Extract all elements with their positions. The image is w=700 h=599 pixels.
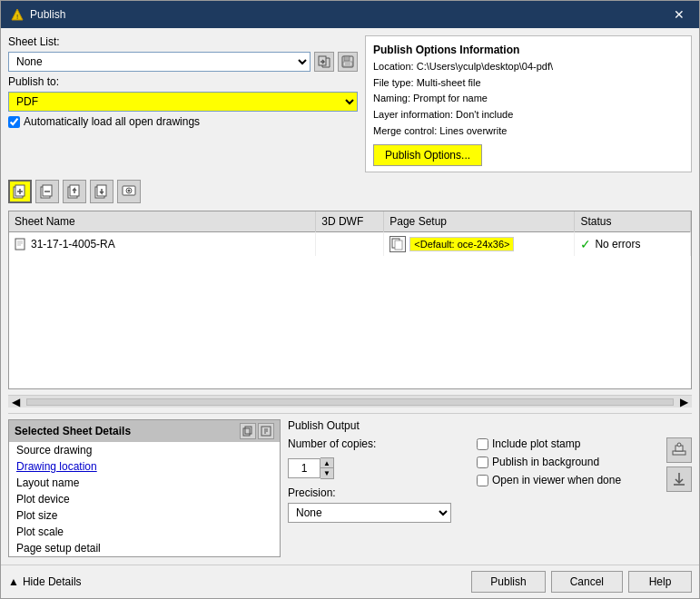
status-cell: ✓ No errors <box>575 232 691 257</box>
publish-button[interactable]: Publish <box>471 571 545 593</box>
details-header: Selected Sheet Details <box>9 420 280 442</box>
naming-info: Naming: Prompt for name <box>373 91 684 107</box>
sheet-list-select[interactable]: None <box>8 52 311 72</box>
import-icon <box>318 55 330 68</box>
sheet-list-row: Sheet List: <box>8 35 358 48</box>
detail-plot-size[interactable]: Plot size <box>9 507 280 524</box>
output-far-right <box>666 437 692 530</box>
dialog-content: Sheet List: None <box>1 28 699 565</box>
app-icon: ! <box>10 7 25 22</box>
details-header-icons <box>240 423 274 439</box>
selected-sheet-details-panel: Selected Sheet Details <box>8 419 281 557</box>
details-copy-btn[interactable] <box>240 423 256 439</box>
copies-label: Number of copies: <box>288 437 376 450</box>
sheet-name-cell: 31-17-1-4005-RA <box>9 232 316 257</box>
page-setup-cell: <Default: oce-24x36> <box>384 232 575 257</box>
sheet-list-label: Sheet List: <box>8 35 60 48</box>
remove-sheets-btn[interactable] <box>35 180 59 203</box>
publish-background-row: Publish in background <box>477 456 659 468</box>
hide-details-arrow-icon: ▲ <box>8 575 19 588</box>
preview-icon <box>122 184 136 199</box>
include-plot-stamp-checkbox[interactable] <box>477 438 488 450</box>
open-in-viewer-label: Open in viewer when done <box>492 474 621 486</box>
copies-up-btn[interactable]: ▲ <box>320 458 333 468</box>
copies-input-wrap: ▲ ▼ <box>288 457 334 479</box>
col-header-status: Status <box>575 211 691 232</box>
hide-details-button[interactable]: ▲ Hide Details <box>8 575 82 588</box>
precision-row: Precision: None <box>288 486 469 523</box>
col-header-page-setup: Page Setup <box>384 211 575 232</box>
publish-background-label: Publish in background <box>492 456 599 468</box>
auto-load-row: Automatically load all open drawings <box>8 115 358 128</box>
publish-to-label: Publish to: <box>8 75 59 88</box>
col-header-3d-dwf: 3D DWF <box>316 211 384 232</box>
svg-rect-5 <box>344 56 350 61</box>
svg-point-21 <box>128 190 131 192</box>
publish-background-checkbox[interactable] <box>477 457 488 468</box>
add-sheets-btn[interactable] <box>8 180 32 203</box>
open-in-viewer-checkbox[interactable] <box>477 475 488 486</box>
copies-spinner: ▲ ▼ <box>320 457 334 479</box>
page-setup-value: <Default: oce-24x36> <box>409 237 514 251</box>
svg-rect-27 <box>395 241 402 250</box>
move-down-btn[interactable] <box>90 180 113 203</box>
scroll-left-arrow[interactable]: ◀ <box>8 396 24 408</box>
svg-rect-13 <box>43 185 52 196</box>
save-icon <box>341 55 354 68</box>
import-sheet-list-btn[interactable] <box>314 52 334 72</box>
layer-info: Layer information: Don't include <box>373 107 684 123</box>
svg-text:!: ! <box>16 13 18 21</box>
details-title: Selected Sheet Details <box>15 425 131 437</box>
preview-btn[interactable] <box>117 180 141 203</box>
stamp-settings-btn[interactable] <box>666 437 692 463</box>
open-in-viewer-row: Open in viewer when done <box>477 474 659 486</box>
scroll-right-arrow[interactable]: ▶ <box>676 396 692 408</box>
output-right: Include plot stamp Publish in background… <box>477 437 659 530</box>
save-sheet-list-btn[interactable] <box>338 52 358 72</box>
right-panel: Publish Options Information Location: C:… <box>365 35 692 172</box>
svg-rect-7 <box>345 63 350 65</box>
close-button[interactable]: ✕ <box>668 5 690 24</box>
title-bar-left: ! Publish <box>10 7 65 22</box>
auto-load-label: Automatically load all open drawings <box>24 115 200 128</box>
include-plot-stamp-label: Include plot stamp <box>492 437 580 450</box>
precision-label: Precision: <box>288 486 469 499</box>
sheet-table-container[interactable]: Sheet Name 3D DWF Page Setup Status <box>8 211 692 389</box>
detail-page-setup-detail[interactable]: Page setup detail <box>9 540 280 556</box>
copies-input-row: ▲ ▼ <box>288 457 469 479</box>
copies-down-btn[interactable]: ▼ <box>320 468 333 478</box>
publish-to-select-row: PDF <box>8 92 358 112</box>
move-down-icon <box>94 184 109 199</box>
detail-drawing-location[interactable]: Drawing location <box>9 458 280 475</box>
download-btn[interactable] <box>666 466 692 492</box>
detail-layout-name[interactable]: Layout name <box>9 475 280 491</box>
help-button[interactable]: Help <box>628 571 692 593</box>
publish-options-button[interactable]: Publish Options... <box>373 144 482 166</box>
publish-to-select[interactable]: PDF <box>8 92 358 112</box>
dialog-title: Publish <box>30 8 65 21</box>
sheet-toolbar <box>8 178 692 205</box>
bottom-bar: ▲ Hide Details Publish Cancel Help <box>1 565 699 598</box>
detail-plot-device[interactable]: Plot device <box>9 491 280 507</box>
3d-dwf-cell <box>316 232 384 257</box>
move-up-icon <box>67 184 82 199</box>
export-icon <box>261 426 271 437</box>
details-export-btn[interactable] <box>258 423 274 439</box>
move-up-btn[interactable] <box>63 180 86 203</box>
svg-rect-34 <box>673 451 685 455</box>
sheet-file-icon <box>15 238 27 250</box>
copies-input[interactable] <box>288 458 320 478</box>
download-icon <box>671 471 687 487</box>
horizontal-scrollbar[interactable]: ◀ ▶ <box>8 395 692 408</box>
col-header-sheet-name: Sheet Name <box>9 211 316 232</box>
sheet-list-select-row: None <box>8 52 358 72</box>
output-left: Number of copies: ▲ ▼ <box>288 437 469 530</box>
detail-source-drawing[interactable]: Source drawing <box>9 442 280 458</box>
auto-load-checkbox[interactable] <box>8 116 20 128</box>
merge-control-info: Merge control: Lines overwrite <box>373 123 684 140</box>
detail-plot-scale[interactable]: Plot scale <box>9 524 280 540</box>
table-row[interactable]: 31-17-1-4005-RA <box>9 232 691 257</box>
dialog-buttons: Publish Cancel Help <box>471 571 692 593</box>
precision-select[interactable]: None <box>288 503 451 523</box>
cancel-button[interactable]: Cancel <box>551 571 623 593</box>
